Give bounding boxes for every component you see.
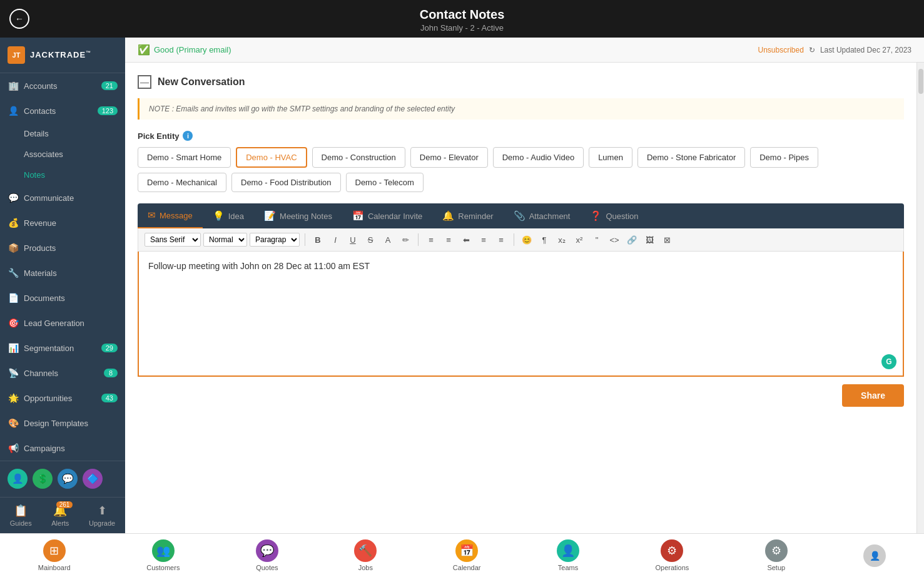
align-left-button[interactable]: ⬅ (459, 232, 474, 247)
sidebar-footer-icon-4[interactable]: 🔷 (83, 469, 103, 489)
entity-btn-elevator[interactable]: Demo - Elevator (410, 147, 488, 168)
code-button[interactable]: <> (607, 232, 622, 247)
paragraph-select[interactable]: Paragraph (250, 233, 300, 247)
tab-message[interactable]: ✉ Message (138, 203, 203, 228)
products-icon: 📦 (8, 242, 19, 253)
sidebar-item-communicate[interactable]: 💬 Communicate (0, 185, 125, 210)
calendar-icon: 📅 (455, 539, 478, 562)
grammarly-icon: G (881, 354, 896, 369)
font-color-button[interactable]: A (380, 232, 395, 247)
entity-btn-stone-fabricator[interactable]: Demo - Stone Fabricator (637, 147, 745, 168)
entity-btn-food-distribution[interactable]: Demo - Food Distribution (231, 173, 341, 192)
sidebar-item-lead-generation[interactable]: 🎯 Lead Generation (0, 310, 125, 335)
setup-icon: ⚙ (765, 539, 788, 562)
content-area: — New Conversation NOTE : Emails and inv… (125, 63, 916, 533)
bottom-item-customers[interactable]: 👥 Customers (146, 539, 180, 571)
guides-button[interactable]: 📋 Guides (10, 504, 32, 527)
tab-reminder[interactable]: 🔔 Reminder (432, 204, 503, 228)
unordered-list-button[interactable]: ≡ (441, 232, 456, 247)
entity-btn-mechanical[interactable]: Demo - Mechanical (138, 173, 226, 192)
sidebar-item-materials[interactable]: 🔧 Materials (0, 260, 125, 285)
font-family-select[interactable]: Sans Serif (145, 233, 201, 247)
alerts-button[interactable]: 261 🔔 Alerts (51, 504, 69, 527)
tab-meeting-notes[interactable]: 📝 Meeting Notes (254, 204, 342, 228)
sidebar-item-associates[interactable]: Associates (0, 144, 125, 165)
scrollbar[interactable] (916, 63, 924, 533)
sidebar-footer: 👤 💲 💬 🔷 (0, 461, 125, 496)
bottom-item-jobs[interactable]: 🔨 Jobs (354, 539, 377, 571)
sidebar-item-opportunities[interactable]: 🌟 Opportunities 43 (0, 386, 125, 411)
share-button[interactable]: Share (842, 384, 904, 407)
entity-btn-audio-video[interactable]: Demo - Audio Video (493, 147, 584, 168)
sidebar-item-details[interactable]: Details (0, 123, 125, 144)
sidebar-item-segmentation[interactable]: 📊 Segmentation 29 (0, 335, 125, 360)
bold-button[interactable]: B (310, 232, 325, 247)
entity-btn-construction[interactable]: Demo - Construction (312, 147, 405, 168)
entity-btn-pipes[interactable]: Demo - Pipes (750, 147, 818, 168)
sidebar-item-accounts[interactable]: 🏢 Accounts 21 (0, 73, 125, 98)
conversation-title: New Conversation (158, 76, 245, 88)
blockquote-button[interactable]: " (589, 232, 604, 247)
paragraph-mark-button[interactable]: ¶ (537, 232, 552, 247)
sidebar-item-channels[interactable]: 📡 Channels 8 (0, 360, 125, 386)
opportunities-icon: 🌟 (8, 392, 19, 404)
customers-icon: 👥 (152, 539, 175, 562)
entity-btn-telecom[interactable]: Demo - Telecom (346, 173, 424, 192)
highlight-button[interactable]: ✏ (398, 232, 413, 247)
align-right-button[interactable]: ≡ (494, 232, 509, 247)
bottom-item-setup[interactable]: ⚙ Setup (765, 539, 788, 571)
sidebar-item-campaigns[interactable]: 📢 Campaigns (0, 436, 125, 461)
guides-icon: 📋 (14, 504, 28, 518)
upgrade-button[interactable]: ⬆ Upgrade (89, 504, 115, 527)
accounts-icon: 🏢 (8, 80, 19, 91)
bottom-item-operations[interactable]: ⚙ Operations (655, 539, 689, 571)
tab-idea[interactable]: 💡 Idea (203, 204, 254, 228)
link-button[interactable]: 🔗 (624, 232, 639, 247)
strikethrough-button[interactable]: S (363, 232, 378, 247)
tab-attachment[interactable]: 📎 Attachment (504, 204, 581, 228)
sidebar: JT JACKTRADE™ 🏢 Accounts 21 👤 Contacts 1… (0, 38, 125, 533)
entity-btn-lumen[interactable]: Lumen (589, 147, 632, 168)
meeting-notes-tab-icon: 📝 (264, 210, 276, 222)
bottom-item-calendar[interactable]: 📅 Calendar (453, 539, 481, 571)
logo-icon: JT (8, 46, 25, 64)
bottom-item-teams[interactable]: 👤 Teams (557, 539, 579, 571)
font-size-select[interactable]: Normal (203, 233, 247, 247)
collapse-button[interactable]: — (138, 75, 151, 89)
align-center-button[interactable]: ≡ (476, 232, 491, 247)
underline-button[interactable]: U (345, 232, 360, 247)
emoji-button[interactable]: 😊 (519, 232, 534, 247)
subscript-button[interactable]: x₂ (554, 232, 569, 247)
user-avatar[interactable]: 👤 (863, 544, 886, 567)
sidebar-item-design-templates[interactable]: 🎨 Design Templates (0, 411, 125, 436)
sidebar-footer-icon-1[interactable]: 👤 (8, 469, 28, 489)
sidebar-item-documents[interactable]: 📄 Documents (0, 285, 125, 310)
superscript-button[interactable]: x² (572, 232, 587, 247)
quotes-icon: 💬 (256, 539, 278, 562)
sidebar-item-contacts[interactable]: 👤 Contacts 123 (0, 98, 125, 123)
sidebar-item-notes[interactable]: Notes (0, 165, 125, 185)
message-editor[interactable]: Follow-up meeting with John on 28 Dec at… (138, 252, 904, 377)
sidebar-footer-icon-3[interactable]: 💬 (58, 469, 78, 489)
reminder-tab-icon: 🔔 (442, 210, 454, 222)
image-button[interactable]: 🖼 (642, 232, 657, 247)
scroll-thumb[interactable] (918, 69, 923, 94)
clear-format-button[interactable]: ⊠ (659, 232, 674, 247)
bottom-item-mainboard[interactable]: ⊞ Mainboard (38, 539, 71, 571)
toolbar-divider-2 (418, 233, 419, 246)
sidebar-footer-icon-2[interactable]: 💲 (33, 469, 53, 489)
question-tab-icon: ❓ (590, 210, 602, 222)
entity-btn-hvac[interactable]: Demo - HVAC (236, 147, 307, 168)
italic-button[interactable]: I (328, 232, 343, 247)
entity-btn-smart-home[interactable]: Demo - Smart Home (138, 147, 231, 168)
sidebar-item-products[interactable]: 📦 Products (0, 235, 125, 260)
sidebar-bottom-nav: 📋 Guides 261 🔔 Alerts ⬆ Upgrade (0, 497, 125, 533)
tab-calendar-invite[interactable]: 📅 Calendar Invite (342, 204, 432, 228)
bottom-item-quotes[interactable]: 💬 Quotes (256, 539, 278, 571)
tab-question[interactable]: ❓ Question (580, 204, 648, 228)
ordered-list-button[interactable]: ≡ (424, 232, 439, 247)
entity-buttons: Demo - Smart Home Demo - HVAC Demo - Con… (138, 147, 904, 192)
pick-entity-section: Pick Entity i (138, 131, 904, 141)
sidebar-item-revenue[interactable]: 💰 Revenue (0, 210, 125, 235)
back-button[interactable]: ← (9, 9, 29, 29)
